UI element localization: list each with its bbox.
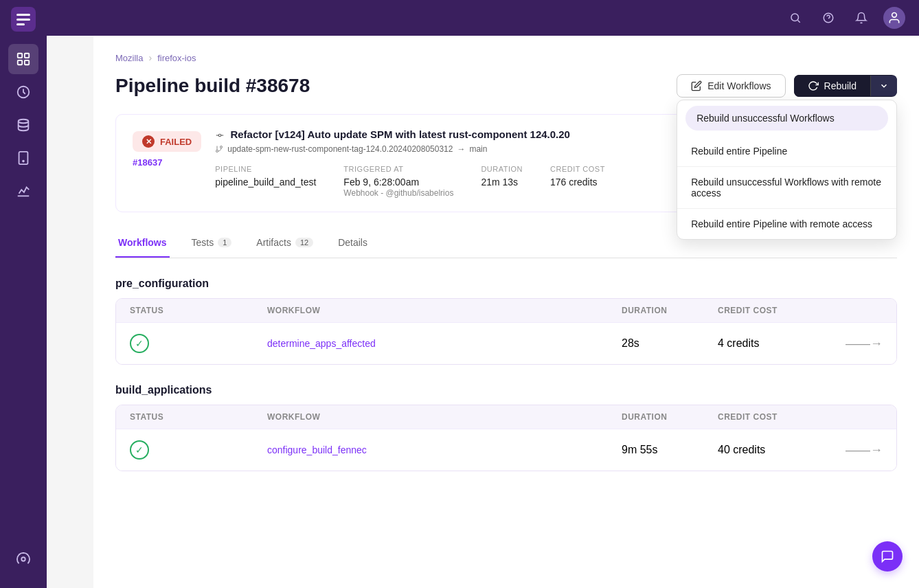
sidebar bbox=[0, 0, 47, 588]
chat-support-button[interactable] bbox=[872, 541, 903, 572]
credits-cell-2: 40 credits bbox=[718, 444, 828, 456]
rebuild-dropdown: Rebuild unsuccessful Workflows Rebuild e… bbox=[677, 100, 897, 240]
credits-cell: 4 credits bbox=[718, 337, 828, 350]
breadcrumb-firefox-ios[interactable]: firefox-ios bbox=[157, 53, 196, 63]
svg-rect-1 bbox=[16, 14, 30, 16]
success-icon-2: ✓ bbox=[130, 440, 149, 460]
dropdown-item-rebuild-entire[interactable]: Rebuild entire Pipeline bbox=[677, 136, 896, 166]
svg-point-24 bbox=[216, 150, 218, 152]
help-icon[interactable] bbox=[817, 7, 839, 29]
workflow-table-build-applications: Status Workflow Duration Credit cost ✓ c… bbox=[115, 405, 897, 471]
sidebar-item-analytics[interactable] bbox=[8, 77, 38, 107]
meta-duration: Duration 21m 13s bbox=[481, 165, 523, 198]
breadcrumb-mozilla[interactable]: Mozilla bbox=[115, 53, 143, 63]
table-row: ✓ configure_build_fennec 9m 55s 40 credi… bbox=[116, 429, 896, 471]
notifications-icon[interactable] bbox=[850, 7, 872, 29]
breadcrumb: Mozilla › firefox-ios bbox=[115, 52, 897, 63]
failed-icon: ✕ bbox=[142, 135, 155, 148]
failed-label: FAILED bbox=[160, 137, 192, 147]
sidebar-item-database[interactable] bbox=[8, 110, 38, 140]
rebuild-main-button[interactable]: Rebuild bbox=[794, 75, 870, 97]
sidebar-item-settings[interactable] bbox=[8, 544, 38, 574]
workflow-link-configure-build-fennec[interactable]: configure_build_fennec bbox=[267, 444, 367, 455]
sidebar-logo[interactable] bbox=[0, 0, 47, 38]
svg-point-9 bbox=[19, 120, 29, 124]
meta-triggered: Triggered at Feb 9, 6:28:00am Webhook - … bbox=[343, 165, 453, 198]
main-content: Mozilla › firefox-ios Pipeline build #38… bbox=[93, 36, 919, 588]
svg-rect-10 bbox=[19, 152, 28, 164]
workflow-name-cell: configure_build_fennec bbox=[267, 444, 622, 456]
svg-rect-4 bbox=[18, 54, 22, 58]
section-title-pre-configuration: pre_configuration bbox=[115, 278, 897, 290]
workflow-name-cell: determine_apps_affected bbox=[267, 337, 622, 350]
status-cell: ✓ bbox=[130, 334, 267, 353]
avatar[interactable] bbox=[883, 7, 905, 29]
svg-rect-7 bbox=[25, 60, 29, 65]
meta-credits: Credit cost 176 credits bbox=[550, 165, 605, 198]
svg-rect-5 bbox=[25, 54, 29, 58]
breadcrumb-sep-1: › bbox=[148, 52, 152, 63]
artifacts-badge: 12 bbox=[295, 238, 313, 247]
dropdown-item-rebuild-unsuccessful-remote[interactable]: Rebuild unsuccessful Workflows with remo… bbox=[677, 167, 896, 208]
section-title-build-applications: build_applications bbox=[115, 384, 897, 396]
dropdown-item-rebuild-unsuccessful[interactable]: Rebuild unsuccessful Workflows bbox=[685, 106, 888, 131]
svg-point-13 bbox=[21, 557, 25, 561]
tab-details[interactable]: Details bbox=[335, 229, 370, 258]
sidebar-item-devices[interactable] bbox=[8, 143, 38, 173]
rebuild-chevron-button[interactable] bbox=[870, 76, 897, 96]
rebuild-label: Rebuild bbox=[824, 80, 856, 91]
topbar bbox=[47, 0, 919, 36]
table-header-pre-configuration: Status Workflow Duration Credit cost bbox=[116, 299, 896, 322]
svg-rect-6 bbox=[18, 60, 22, 65]
page-header: Pipeline build #38678 Edit Workflows bbox=[115, 74, 897, 98]
edit-workflows-label: Edit Workflows bbox=[707, 80, 771, 91]
svg-rect-3 bbox=[16, 23, 25, 25]
tab-artifacts[interactable]: Artifacts 12 bbox=[253, 229, 316, 258]
svg-point-18 bbox=[892, 13, 897, 18]
success-icon: ✓ bbox=[130, 334, 149, 353]
section-pre-configuration: pre_configuration Status Workflow Durati… bbox=[115, 278, 897, 365]
dropdown-item-rebuild-entire-remote[interactable]: Rebuild entire Pipeline with remote acce… bbox=[677, 209, 896, 239]
header-actions: Edit Workflows Rebuild bbox=[677, 74, 897, 98]
workflow-link-determine-apps-affected[interactable]: determine_apps_affected bbox=[267, 338, 376, 349]
sidebar-nav bbox=[0, 38, 47, 206]
svg-point-14 bbox=[791, 14, 799, 21]
search-icon[interactable] bbox=[784, 7, 806, 29]
duration-cell: 28s bbox=[622, 337, 718, 350]
svg-line-15 bbox=[797, 20, 799, 22]
arrow-link-2[interactable]: ——→ bbox=[828, 443, 883, 457]
meta-pipeline: Pipeline pipeline_build_and_test bbox=[215, 165, 316, 198]
svg-point-19 bbox=[218, 134, 221, 137]
svg-point-11 bbox=[23, 161, 24, 162]
build-number-link[interactable]: #18637 bbox=[133, 157, 162, 168]
rebuild-button-group: Rebuild bbox=[794, 75, 897, 97]
tab-tests[interactable]: Tests 1 bbox=[189, 229, 235, 258]
failed-badge: ✕ FAILED bbox=[133, 131, 201, 152]
table-row: ✓ determine_apps_affected 28s 4 credits … bbox=[116, 322, 896, 364]
section-build-applications: build_applications Status Workflow Durat… bbox=[115, 384, 897, 471]
sidebar-item-builds[interactable] bbox=[8, 44, 38, 74]
tab-workflows[interactable]: Workflows bbox=[115, 229, 170, 258]
sidebar-item-charts[interactable] bbox=[8, 176, 38, 206]
table-header-build-applications: Status Workflow Duration Credit cost bbox=[116, 405, 896, 429]
status-cell: ✓ bbox=[130, 440, 267, 460]
svg-point-23 bbox=[220, 146, 223, 148]
edit-workflows-button[interactable]: Edit Workflows bbox=[677, 74, 785, 98]
page-title: Pipeline build #38678 bbox=[115, 75, 310, 97]
arrow-link[interactable]: ——→ bbox=[828, 337, 883, 351]
svg-rect-2 bbox=[16, 19, 30, 21]
tests-badge: 1 bbox=[218, 238, 231, 247]
duration-cell-2: 9m 55s bbox=[622, 444, 718, 456]
workflow-table-pre-configuration: Status Workflow Duration Credit cost ✓ d… bbox=[115, 298, 897, 365]
